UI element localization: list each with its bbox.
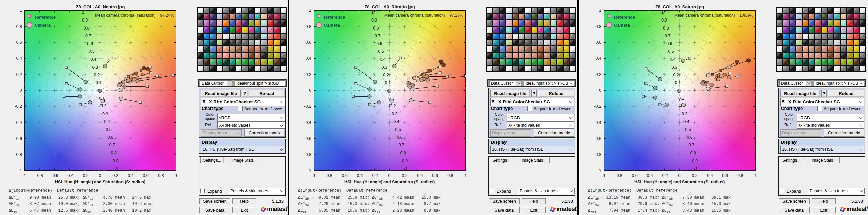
svg-text:0.9: 0.9: [402, 159, 408, 163]
svg-text:0.3: 0.3: [92, 65, 98, 69]
svg-text:0.2: 0.2: [94, 72, 100, 77]
svg-text:0.9: 0.9: [82, 18, 88, 23]
svg-text:0.6: 0.6: [107, 135, 113, 140]
svg-text:0.5: 0.5: [89, 49, 94, 54]
svg-text:0.4: 0.4: [90, 57, 96, 62]
svg-text:Camera: Camera: [614, 23, 630, 28]
svg-text:0.3: 0.3: [102, 112, 108, 116]
svg-text:Camera: Camera: [35, 23, 51, 28]
svg-text:0.9: 0.9: [113, 159, 119, 163]
svg-text:0.8: 0.8: [373, 26, 379, 31]
svg-text:0.3: 0.3: [382, 65, 388, 69]
svg-text:0.9: 0.9: [661, 18, 667, 23]
svg-text:0.7: 0.7: [375, 34, 380, 38]
svg-text:1: 1: [116, 166, 119, 171]
svg-text:0.8: 0.8: [111, 151, 117, 155]
svg-text:0.4: 0.4: [380, 57, 385, 62]
svg-text:0.1: 0.1: [96, 80, 101, 85]
svg-text:0.5: 0.5: [106, 127, 112, 132]
svg-text:Camera: Camera: [324, 23, 340, 28]
svg-text:Mean camera chroma (saturation: Mean camera chroma (saturation) = 97.27%: [384, 13, 463, 18]
svg-text:0.6: 0.6: [666, 41, 672, 46]
svg-text:0.4: 0.4: [683, 119, 689, 124]
svg-text:Reference: Reference: [324, 15, 345, 20]
svg-text:0.7: 0.7: [110, 143, 115, 148]
svg-text:1: 1: [661, 10, 663, 15]
svg-text:0.4: 0.4: [104, 119, 110, 124]
svg-text:0.2: 0.2: [673, 72, 679, 77]
svg-text:0.6: 0.6: [87, 41, 93, 46]
svg-text:0.7: 0.7: [689, 143, 694, 148]
svg-text:0.3: 0.3: [682, 112, 687, 116]
svg-text:0.7: 0.7: [85, 34, 91, 38]
svg-text:0.6: 0.6: [687, 135, 692, 140]
svg-text:0.9: 0.9: [692, 159, 698, 163]
svg-text:0.7: 0.7: [399, 143, 404, 148]
svg-text:1: 1: [405, 166, 408, 171]
svg-text:0.3: 0.3: [392, 112, 397, 116]
svg-text:0.2: 0.2: [383, 72, 389, 77]
svg-text:0.6: 0.6: [397, 135, 402, 140]
svg-text:0.4: 0.4: [393, 119, 399, 124]
svg-text:0.5: 0.5: [685, 127, 691, 132]
svg-text:Reference: Reference: [35, 15, 56, 20]
svg-text:0.8: 0.8: [400, 151, 406, 155]
svg-text:Reference: Reference: [614, 15, 635, 20]
svg-text:0.8: 0.8: [84, 26, 89, 31]
svg-text:0.3: 0.3: [672, 65, 677, 69]
svg-text:1: 1: [371, 10, 374, 15]
svg-text:0.1: 0.1: [678, 96, 684, 101]
svg-text:0.1: 0.1: [385, 80, 391, 85]
svg-text:1: 1: [695, 166, 698, 171]
svg-text:Mean camera chroma (saturation: Mean camera chroma (saturation) = 97.24%: [95, 13, 174, 18]
svg-text:0.5: 0.5: [668, 49, 674, 54]
svg-text:0.8: 0.8: [690, 151, 696, 155]
svg-text:0.8: 0.8: [663, 26, 669, 31]
svg-text:0.7: 0.7: [664, 34, 670, 38]
svg-text:0.5: 0.5: [395, 127, 401, 132]
svg-text:1: 1: [82, 10, 84, 15]
svg-text:0.9: 0.9: [371, 18, 377, 23]
svg-text:0.4: 0.4: [670, 57, 675, 62]
svg-text:0.6: 0.6: [376, 41, 382, 46]
svg-text:0.5: 0.5: [378, 49, 384, 54]
svg-text:Mean camera chroma (saturation: Mean camera chroma (saturation) = 109.9%: [674, 13, 753, 18]
svg-text:0.1: 0.1: [675, 80, 681, 85]
